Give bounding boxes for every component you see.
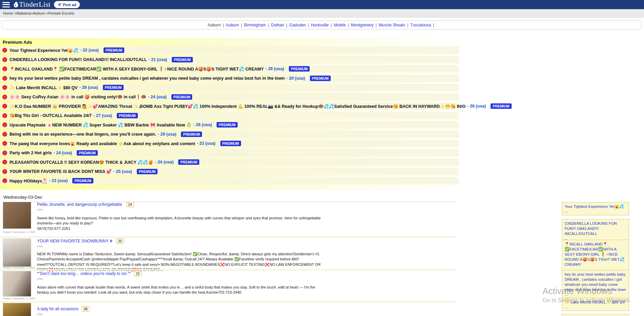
- city-separator: |: [286, 23, 287, 27]
- brand-name: TinderList: [19, 0, 51, 9]
- sidebar-ad-more[interactable]: ...: [565, 292, 626, 296]
- premium-ad-title[interactable]: 🌸🌸 Sexy CuRvy Asian 🌸🌸 in call 🍑 visitin…: [10, 94, 146, 99]
- premium-ad-row[interactable]: ↑✨K.O Daa NUMBER 👑 PROVIDER 💁✨💕AMAZING T…: [0, 102, 459, 110]
- posted-date: Posted: December 3, 2025: [3, 266, 35, 269]
- premium-ad-age: - 28 (usa): [79, 85, 98, 90]
- premium-ad-row[interactable]: ↑😘Big Tits Girl - OUTCALL Available 24/7…: [0, 112, 459, 119]
- premium-ad-row[interactable]: ↑📍INCALL OAKLAND📍 ✅FACETIME/CAR✅ WITH A …: [0, 65, 459, 73]
- city-link-huntsville[interactable]: Huntsville: [311, 23, 329, 27]
- post-ad-button[interactable]: Post ad: [54, 1, 80, 8]
- premium-ad-title[interactable]: ✨K.O Daa NUMBER 👑 PROVIDER 💁✨💕AMAZING Th…: [10, 104, 465, 109]
- age-badge: 22: [134, 271, 142, 276]
- premium-ad-age: - 29 (usa): [158, 132, 177, 137]
- premium-ad-row[interactable]: ↑Being with me is an experience—one that…: [0, 131, 459, 138]
- breadcrumb-bar: Home >Alabama>Auburn >Female Escorts: [0, 9, 644, 18]
- premium-badge: PREMIUM: [172, 57, 193, 62]
- listing-thumbnail[interactable]: [3, 238, 31, 267]
- up-arrow-icon: ↑: [2, 113, 7, 118]
- listing-item: YOUR NEW FAVORITE SNOWBUNNY ❄ 20 USA NEW…: [3, 238, 342, 268]
- listing-location: USA: [37, 208, 322, 211]
- premium-ad-row[interactable]: ↑Upscale Playmate 🔺NEW NUMBER 💦 Super So…: [0, 121, 459, 129]
- listing-title-link[interactable]: *"Don't stare too long… unless you're re…: [37, 271, 131, 276]
- premium-ad-title[interactable]: Being with me is an experience—one that …: [10, 132, 156, 137]
- sidebar-ad-more[interactable]: ...: [565, 305, 626, 309]
- city-link-muscle-shoals[interactable]: Muscle Shoals: [379, 23, 405, 27]
- sidebar-ad-box[interactable]: hey its your best wettes petite baby DRE…: [562, 270, 629, 298]
- premium-badge: PREMIUM: [310, 76, 331, 81]
- premium-ad-title[interactable]: Happy HOlidays🎅: [10, 178, 47, 183]
- premium-ad-title[interactable]: Upscale Playmate 🔺NEW NUMBER 💦 Super Soa…: [10, 122, 191, 127]
- up-arrow-icon: ↑: [2, 141, 7, 146]
- premium-ad-row[interactable]: ↑PLEASANTON OUTCALLS !! SEXY KOREAN😍 THI…: [0, 158, 459, 166]
- city-link-birmingham[interactable]: Birmingham: [244, 23, 266, 27]
- premium-ad-title[interactable]: The pawg that everyone loves🙀 Ready and …: [10, 141, 195, 146]
- up-arrow-icon: ↑: [2, 48, 7, 53]
- premium-ad-row[interactable]: ↑Your Tightest Experience Yet🙀💦- 22 (usa…: [0, 46, 459, 54]
- sidebar-ad-title[interactable]: 📍INCALL OAKLAND📍 ✅FACETIME/CAR✅WITH A SE…: [565, 242, 626, 267]
- sidebar-ad-title[interactable]: ✨ Lake Merritt INCALL✨ $80 QV: [565, 300, 626, 305]
- listing-title-link[interactable]: YOUR NEW FAVORITE SNOWBUNNY ❄: [37, 239, 113, 243]
- premium-ad-row[interactable]: ↑🌸🌸 Sexy CuRvy Asian 🌸🌸 in call 🍑 visiti…: [0, 93, 459, 101]
- brand-logo[interactable]: TinderList: [13, 0, 51, 9]
- listing-title-link[interactable]: Petite, brunette, and dangerously unforg…: [37, 202, 123, 207]
- premium-ad-title[interactable]: CINDERELLA LOOKING FOR FUN!!! OAKLAND!!!…: [10, 57, 147, 62]
- city-link-mobile[interactable]: Mobile: [334, 23, 346, 27]
- premium-badge: PREMIUM: [171, 94, 192, 100]
- premium-ad-row[interactable]: ↑The pawg that everyone loves🙀 Ready and…: [0, 140, 459, 147]
- sidebar-ad-box[interactable]: Your Tightest Experience Yet🙀💦 ...: [562, 202, 629, 215]
- premium-ad-title[interactable]: PLEASANTON OUTCALLS !! SEXY KOREAN😍 THIC…: [10, 160, 153, 165]
- premium-ad-row[interactable]: ↑hey its your best wettes petite baby DR…: [0, 75, 459, 82]
- listing-title-link[interactable]: A lady for all occasions: [37, 307, 78, 311]
- premium-ad-row[interactable]: ↑Party with 2 Hot girls- 24 (usa)PREMIUM: [0, 149, 459, 157]
- sidebar-ad-box[interactable]: 📍INCALL OAKLAND📍 ✅FACETIME/CAR✅WITH A SE…: [562, 240, 629, 273]
- city-separator: |: [348, 23, 349, 27]
- sidebar-ad-box[interactable]: [562, 314, 629, 316]
- listing-description: Sweet like honey, bold like espresso. Pe…: [37, 216, 322, 231]
- premium-ad-title[interactable]: YOUR WINTER FAVORITE IS BACK DONT MISS 💕: [10, 169, 112, 174]
- age-badge: 24: [126, 202, 134, 207]
- premium-section-title: Premium Ads: [3, 40, 32, 45]
- listing-thumbnail[interactable]: [3, 271, 31, 297]
- premium-ads-section: Premium Ads ↑Your Tightest Experience Ye…: [0, 38, 644, 190]
- premium-ad-title[interactable]: 😘Big Tits Girl - OUTCALL Available 24/7: [10, 113, 92, 118]
- listing-thumbnail[interactable]: [3, 303, 31, 316]
- city-link-auburn[interactable]: Auburn: [226, 23, 239, 27]
- city-link-tuscaloosa[interactable]: Tuscaloosa: [410, 23, 431, 27]
- city-link-dothan[interactable]: Dothan: [271, 23, 284, 27]
- city-link-gadsden[interactable]: Gadsden: [289, 23, 306, 27]
- premium-ad-age: - 23 (usa): [49, 178, 68, 183]
- premium-ad-age: - 26 (usa): [193, 122, 212, 127]
- sidebar-ad-title[interactable]: Your Tightest Experience Yet🙀💦: [565, 204, 626, 209]
- premium-rows: ↑Your Tightest Experience Yet🙀💦- 22 (usa…: [0, 46, 459, 184]
- sidebar-ad-box[interactable]: ✨ Lake Merritt INCALL✨ $80 QV ...: [562, 298, 629, 311]
- premium-ad-title[interactable]: Your Tightest Experience Yet🙀💦: [10, 48, 78, 53]
- premium-ad-title[interactable]: ✨ Lake Merritt INCALL✨ $80 QV: [10, 85, 78, 90]
- listing-description: Asian allure with curves that speak loud…: [37, 285, 322, 295]
- sidebar-ad-title[interactable]: CINDERELLA LOOKING FOR FUN!!! OAKLAND!!!…: [565, 221, 626, 236]
- premium-ad-title[interactable]: hey its your best wettes petite baby DRE…: [10, 76, 285, 81]
- age-badge: 20: [116, 238, 124, 244]
- city-link-montgomery[interactable]: Montgomery: [351, 23, 374, 27]
- flame-icon: [13, 1, 18, 8]
- breadcrumb[interactable]: Home >Alabama>Auburn >Female Escorts: [3, 11, 74, 15]
- premium-ad-age: - 24 (usa): [155, 160, 174, 164]
- sidebar-ad-box[interactable]: CINDERELLA LOOKING FOR FUN!!! OAKLAND!!!…: [562, 219, 629, 242]
- premium-ad-row[interactable]: ↑YOUR WINTER FAVORITE IS BACK DONT MISS …: [0, 168, 459, 175]
- sidebar-ad-title[interactable]: hey its your best wettes petite baby DRE…: [565, 272, 626, 292]
- premium-badge: PREMIUM: [220, 141, 241, 146]
- listing-item: *"Don't stare too long… unless you're re…: [3, 271, 342, 299]
- city-separator: |: [241, 23, 242, 27]
- sidebar-ad-more[interactable]: ...: [565, 209, 626, 213]
- premium-badge: PREMIUM: [72, 178, 93, 183]
- hamburger-menu-icon[interactable]: [2, 2, 10, 7]
- listing-divider: [0, 269, 457, 271]
- premium-ad-row[interactable]: ↑✨ Lake Merritt INCALL✨ $80 QV- 28 (usa)…: [0, 84, 459, 91]
- listing-thumbnail[interactable]: [3, 202, 31, 229]
- up-arrow-icon: ↑: [2, 169, 7, 174]
- city-separator: |: [268, 23, 269, 27]
- premium-ad-row[interactable]: ↑Happy HOlidays🎅- 23 (usa)PREMIUM: [0, 177, 459, 184]
- premium-badge: PREMIUM: [77, 150, 98, 156]
- premium-ad-title[interactable]: 📍INCALL OAKLAND📍 ✅FACETIME/CAR✅ WITH A S…: [10, 66, 264, 72]
- premium-ad-title[interactable]: Party with 2 Hot girls: [10, 151, 52, 155]
- premium-ad-row[interactable]: ↑CINDERELLA LOOKING FOR FUN!!! OAKLAND!!…: [0, 56, 459, 63]
